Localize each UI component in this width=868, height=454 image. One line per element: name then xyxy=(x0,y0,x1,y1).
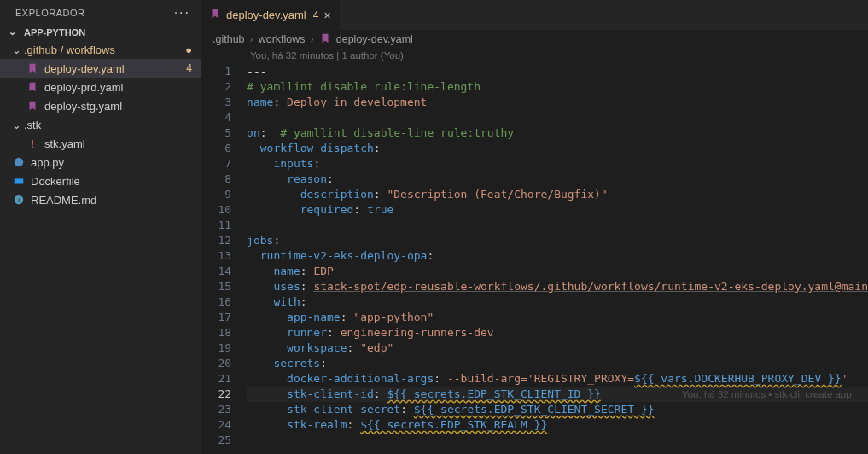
code-line[interactable]: app-name: "app-python" xyxy=(247,310,868,325)
line-number: 22 xyxy=(201,387,231,402)
line-number: 8 xyxy=(201,172,231,187)
line-number: 9 xyxy=(201,187,231,202)
code-line[interactable]: workflow_dispatch: xyxy=(247,141,868,156)
docker-file-icon xyxy=(12,174,26,188)
tree-item-label: deploy-stg.yaml xyxy=(44,100,122,113)
code-line[interactable]: name: EDP xyxy=(247,264,868,279)
breadcrumb-separator: › xyxy=(311,33,314,45)
line-number: 20 xyxy=(201,356,231,371)
breadcrumb-segment[interactable]: workflows xyxy=(259,33,306,45)
tab-deploy-dev[interactable]: deploy-dev.yaml 4 × xyxy=(201,0,341,30)
line-number: 13 xyxy=(201,248,231,264)
code-line[interactable] xyxy=(247,110,868,125)
code-line[interactable]: name: Deploy in development xyxy=(247,95,868,110)
code-line[interactable]: workspace: "edp" xyxy=(247,340,868,356)
tree-item-label: deploy-dev.yaml xyxy=(44,62,125,75)
line-number: 14 xyxy=(201,264,231,279)
line-number: 19 xyxy=(201,340,231,356)
modified-badge: 4 xyxy=(186,62,192,74)
folder-row[interactable]: ⌄.stk xyxy=(0,115,201,134)
code-line[interactable]: # yamllint disable rule:line-length xyxy=(247,79,868,95)
code-line[interactable]: secrets: xyxy=(247,356,868,371)
code-line[interactable]: required: true xyxy=(247,202,868,218)
code-line[interactable]: jobs: xyxy=(247,233,868,248)
explorer-more-icon[interactable]: ··· xyxy=(174,5,190,20)
code-line[interactable]: --- xyxy=(247,64,868,79)
line-number: 7 xyxy=(201,156,231,172)
tab-label: deploy-dev.yaml xyxy=(226,9,306,21)
breadcrumb-segment[interactable]: deploy-dev.yaml xyxy=(336,33,413,45)
file-row[interactable]: deploy-stg.yaml xyxy=(0,96,201,115)
code-line[interactable] xyxy=(247,433,868,448)
code-line[interactable]: runtime-v2-eks-deploy-opa: xyxy=(247,248,868,264)
line-number: 4 xyxy=(201,110,231,125)
chevron-down-icon: ⌄ xyxy=(12,119,24,131)
gitlens-inline-blame: You, há 32 minutos • stk-cli: create app xyxy=(682,387,852,402)
line-number: 21 xyxy=(201,371,231,387)
line-number: 12 xyxy=(201,233,231,248)
code-line[interactable]: docker-additional-args: --build-arg='REG… xyxy=(247,371,868,387)
tree-item-label: Dockerfile xyxy=(31,175,80,188)
svg-rect-1 xyxy=(15,178,24,183)
code-line[interactable]: reason: xyxy=(247,172,868,187)
tree-item-label: stk.yaml xyxy=(44,137,85,150)
chevron-down-icon: ⌄ xyxy=(9,26,20,38)
tree-item-label: app.py xyxy=(31,156,64,169)
line-number: 24 xyxy=(201,417,231,433)
line-number: 2 xyxy=(201,79,231,95)
line-number: 17 xyxy=(201,310,231,325)
file-row[interactable]: iREADME.md xyxy=(0,190,201,209)
project-name: APP-PYTHON xyxy=(24,27,85,38)
yaml-file-icon xyxy=(26,61,39,75)
code-line[interactable]: stk-realm: ${{ secrets.EDP_STK_REALM }} xyxy=(247,417,868,433)
tree-item-label: .github / workflows xyxy=(24,44,115,56)
tree-item-label: README.md xyxy=(31,194,96,207)
dirty-indicator: ● xyxy=(185,44,192,56)
tree-item-label: deploy-prd.yaml xyxy=(44,81,124,94)
code-line[interactable]: with: xyxy=(247,294,868,310)
project-root[interactable]: ⌄ APP-PYTHON xyxy=(0,24,201,40)
code-line[interactable]: runner: engineering-runners-dev xyxy=(247,325,868,340)
yaml-file-icon xyxy=(26,80,39,94)
breadcrumb-segment[interactable]: .github xyxy=(213,33,245,45)
code-content[interactable]: ---# yamllint disable rule:line-lengthna… xyxy=(247,64,868,454)
tab-badge: 4 xyxy=(313,9,319,21)
code-line[interactable]: stk-client-id: ${{ secrets.EDP_STK_CLIEN… xyxy=(247,387,868,402)
close-icon[interactable]: × xyxy=(323,9,330,22)
line-number: 16 xyxy=(201,294,231,310)
file-row[interactable]: app.py xyxy=(0,153,201,172)
line-number: 6 xyxy=(201,141,231,156)
yaml-file-icon xyxy=(209,8,221,22)
code-line[interactable]: on: # yamllint disable-line rule:truthy xyxy=(247,125,868,141)
file-row[interactable]: Dockerfile xyxy=(0,172,201,190)
code-line[interactable]: stk-client-secret: ${{ secrets.EDP_STK_C… xyxy=(247,402,868,417)
line-number: 15 xyxy=(201,279,231,294)
file-row[interactable]: !stk.yaml xyxy=(0,134,201,153)
file-row[interactable]: deploy-dev.yaml4 xyxy=(0,59,201,78)
editor-area: deploy-dev.yaml 4 × .github›workflows›de… xyxy=(201,0,868,454)
explorer-title: EXPLORADOR xyxy=(15,8,84,18)
line-number: 3 xyxy=(201,95,231,110)
yaml-file-icon xyxy=(26,99,39,113)
line-number: 18 xyxy=(201,325,231,340)
file-tree: ⌄.github / workflows●deploy-dev.yaml4dep… xyxy=(0,40,201,209)
svg-point-0 xyxy=(15,158,24,167)
tab-bar: deploy-dev.yaml 4 × xyxy=(201,0,868,30)
code-line[interactable]: inputs: xyxy=(247,156,868,172)
breadcrumb-separator: › xyxy=(250,33,253,45)
breadcrumb[interactable]: .github›workflows›deploy-dev.yaml xyxy=(201,30,868,49)
gitlens-blame-header: You, há 32 minutos | 1 author (You) xyxy=(201,49,868,64)
line-number: 11 xyxy=(201,218,231,233)
line-number: 23 xyxy=(201,402,231,417)
folder-row[interactable]: ⌄.github / workflows● xyxy=(0,40,201,59)
info-file-icon: i xyxy=(12,193,26,207)
chevron-down-icon: ⌄ xyxy=(12,44,24,56)
code-line[interactable] xyxy=(247,218,868,233)
code-line[interactable]: description: "Description (Feat/Chore/Bu… xyxy=(247,187,868,202)
line-number: 10 xyxy=(201,202,231,218)
code-editor[interactable]: 1234567891011121314151617181920212223242… xyxy=(201,64,868,454)
file-row[interactable]: deploy-prd.yaml xyxy=(0,78,201,96)
line-number-gutter: 1234567891011121314151617181920212223242… xyxy=(201,64,247,454)
py-file-icon xyxy=(12,155,26,169)
code-line[interactable]: uses: stack-spot/edp-reusable-workflows/… xyxy=(247,279,868,294)
